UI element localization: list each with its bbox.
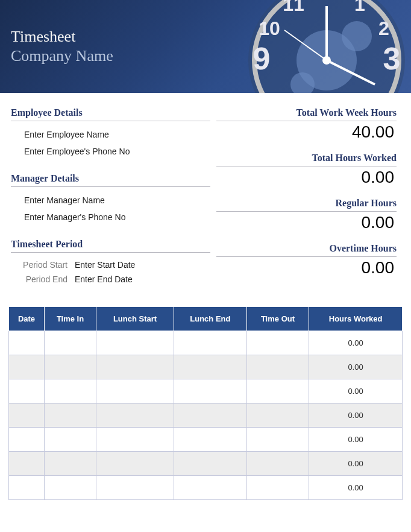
col-time-in: Time In xyxy=(44,307,96,331)
cell-date[interactable] xyxy=(9,404,45,428)
timesheet-period-heading: Timesheet Period xyxy=(11,239,210,253)
cell-time-out[interactable] xyxy=(246,355,309,379)
table-row: 0.00 xyxy=(9,355,403,379)
work-week-hours-value: 40.00 xyxy=(216,122,397,142)
period-start-label: Period Start xyxy=(16,260,67,270)
cell-time-out[interactable] xyxy=(246,476,309,500)
cell-lunch-start[interactable] xyxy=(96,404,174,428)
cell-hours-worked: 0.00 xyxy=(309,379,403,404)
employee-details-heading: Employee Details xyxy=(11,107,210,121)
timesheet-table: Date Time In Lunch Start Lunch End Time … xyxy=(8,306,403,500)
overtime-hours-value: 0.00 xyxy=(216,258,397,277)
svg-text:12: 12 xyxy=(309,0,344,5)
period-start-field[interactable]: Enter Start Date xyxy=(75,260,135,270)
cell-lunch-end[interactable] xyxy=(174,428,246,452)
cell-lunch-start[interactable] xyxy=(96,452,174,476)
cell-time-in[interactable] xyxy=(44,379,96,404)
clock-graphic: 12 3 9 6 1 2 11 10 xyxy=(236,0,411,93)
cell-time-in[interactable] xyxy=(44,355,96,379)
cell-time-in[interactable] xyxy=(44,404,96,428)
cell-lunch-start[interactable] xyxy=(96,379,174,404)
employee-name-field[interactable]: Enter Employee Name xyxy=(11,126,210,143)
cell-date[interactable] xyxy=(9,428,45,452)
period-end-label: Period End xyxy=(16,274,67,284)
cell-lunch-end[interactable] xyxy=(174,404,246,428)
cell-time-out[interactable] xyxy=(246,452,309,476)
col-time-out: Time Out xyxy=(246,307,309,331)
table-row: 0.00 xyxy=(9,379,403,404)
cell-time-in[interactable] xyxy=(44,452,96,476)
cell-time-in[interactable] xyxy=(44,476,96,500)
cell-hours-worked: 0.00 xyxy=(309,404,403,428)
cell-lunch-start[interactable] xyxy=(96,428,174,452)
col-hours-worked: Hours Worked xyxy=(309,307,403,331)
total-hours-worked-value: 0.00 xyxy=(216,168,397,187)
period-end-field[interactable]: Enter End Date xyxy=(75,274,133,284)
cell-hours-worked: 0.00 xyxy=(309,331,403,355)
cell-time-out[interactable] xyxy=(246,428,309,452)
svg-text:3: 3 xyxy=(383,41,401,76)
svg-text:10: 10 xyxy=(259,17,280,39)
doc-title: Timesheet xyxy=(11,28,113,46)
svg-text:9: 9 xyxy=(253,41,271,76)
cell-hours-worked: 0.00 xyxy=(309,355,403,379)
table-row: 0.00 xyxy=(9,428,403,452)
cell-time-in[interactable] xyxy=(44,428,96,452)
manager-name-field[interactable]: Enter Manager Name xyxy=(11,192,210,209)
cell-date[interactable] xyxy=(9,355,45,379)
company-name: Company Name xyxy=(11,47,113,65)
table-row: 0.00 xyxy=(9,331,403,355)
cell-lunch-start[interactable] xyxy=(96,355,174,379)
table-row: 0.00 xyxy=(9,476,403,500)
cell-date[interactable] xyxy=(9,476,45,500)
col-lunch-end: Lunch End xyxy=(174,307,246,331)
overtime-hours-label: Overtime Hours xyxy=(216,243,397,257)
col-lunch-start: Lunch Start xyxy=(96,307,174,331)
cell-lunch-start[interactable] xyxy=(96,476,174,500)
cell-lunch-start[interactable] xyxy=(96,331,174,355)
cell-hours-worked: 0.00 xyxy=(309,452,403,476)
regular-hours-label: Regular Hours xyxy=(216,198,397,212)
svg-point-3 xyxy=(342,21,372,51)
cell-hours-worked: 0.00 xyxy=(309,476,403,500)
cell-date[interactable] xyxy=(9,379,45,404)
regular-hours-value: 0.00 xyxy=(216,213,397,232)
cell-date[interactable] xyxy=(9,452,45,476)
cell-time-out[interactable] xyxy=(246,331,309,355)
work-week-hours-label: Total Work Week Hours xyxy=(216,107,397,121)
cell-hours-worked: 0.00 xyxy=(309,428,403,452)
svg-text:2: 2 xyxy=(378,17,389,39)
svg-text:11: 11 xyxy=(283,0,304,15)
header-banner: Timesheet Company Name 12 3 9 6 1 2 11 1… xyxy=(0,0,411,93)
cell-lunch-end[interactable] xyxy=(174,331,246,355)
svg-point-16 xyxy=(322,56,331,65)
cell-time-out[interactable] xyxy=(246,379,309,404)
cell-lunch-end[interactable] xyxy=(174,452,246,476)
cell-date[interactable] xyxy=(9,331,45,355)
table-row: 0.00 xyxy=(9,404,403,428)
cell-lunch-end[interactable] xyxy=(174,355,246,379)
cell-time-in[interactable] xyxy=(44,331,96,355)
employee-phone-field[interactable]: Enter Employee's Phone No xyxy=(11,143,210,160)
manager-phone-field[interactable]: Enter Manager's Phone No xyxy=(11,209,210,226)
col-date: Date xyxy=(9,307,45,331)
cell-lunch-end[interactable] xyxy=(174,476,246,500)
manager-details-heading: Manager Details xyxy=(11,173,210,187)
total-hours-worked-label: Total Hours Worked xyxy=(216,153,397,166)
table-row: 0.00 xyxy=(9,452,403,476)
cell-lunch-end[interactable] xyxy=(174,379,246,404)
cell-time-out[interactable] xyxy=(246,404,309,428)
svg-text:1: 1 xyxy=(354,0,365,15)
